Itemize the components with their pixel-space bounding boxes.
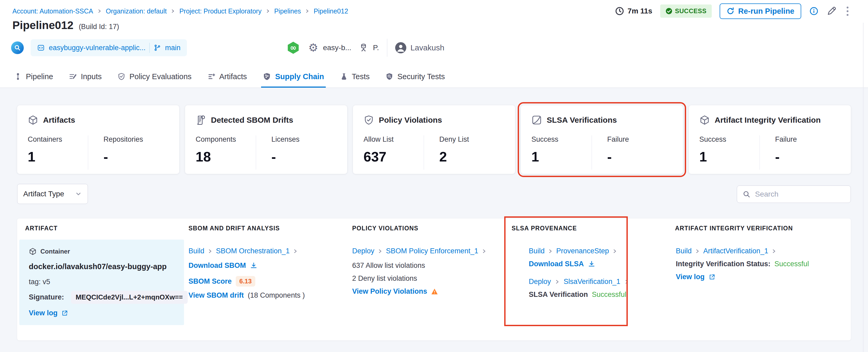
info-icon: [809, 6, 818, 16]
summary-cards: Artifacts Containers1 Repositories- Dete…: [17, 105, 851, 174]
tab-label: Artifacts: [219, 72, 247, 81]
tab-tests[interactable]: Tests: [338, 66, 371, 88]
repo-chip[interactable]: easybuggy-vulnerable-applic... main: [31, 39, 187, 56]
branch-name: main: [165, 44, 181, 52]
view-policy-violations-link[interactable]: View Policy Violations: [352, 287, 427, 295]
pipeline-execution-page: Account: Automation-SSCA Organization: d…: [0, 0, 868, 352]
cube-icon: [28, 115, 38, 125]
chevron-right-icon: [695, 249, 700, 254]
sbom-drift-count: (18 Components ): [248, 291, 305, 299]
breadcrumb-org[interactable]: Organization: default: [106, 7, 167, 15]
integrity-status-label: Integrity Verification Status:: [676, 260, 771, 268]
artifact-image-name: docker.io/lavakush07/easy-buggy-app: [29, 262, 175, 271]
execution-tabs: Pipeline Inputs Policy Evaluations Artif…: [0, 66, 868, 88]
download-sbom-link[interactable]: Download SBOM: [188, 261, 246, 270]
stat-label: Deny List: [439, 135, 469, 143]
chevron-right-icon: [613, 249, 617, 254]
sbom-score-link[interactable]: SBOM Score: [188, 277, 232, 286]
search-input[interactable]: [755, 190, 850, 198]
shield-search-icon: [385, 72, 393, 81]
download-icon: [250, 262, 257, 269]
avatar: [395, 42, 406, 53]
breadcrumb-project[interactable]: Project: Product Exploratory: [179, 7, 261, 15]
step-link[interactable]: SBOM Policy Enforcement_1: [386, 247, 478, 255]
policy-cell: Deploy SBOM Policy Enforcement_1 637 All…: [352, 247, 505, 295]
chevron-right-icon: [624, 280, 629, 284]
stat-label: Components: [196, 135, 256, 143]
external-link-icon: [61, 310, 68, 317]
step-link[interactable]: ProvenanceStep: [556, 247, 609, 255]
environment-name[interactable]: P.: [373, 43, 379, 52]
tab-supply-chain[interactable]: Supply Chain: [261, 66, 326, 88]
info-button[interactable]: [809, 6, 818, 16]
breadcrumb-account[interactable]: Account: Automation-SSCA: [12, 7, 93, 15]
artifact-type-label: Artifact Type: [23, 190, 64, 198]
artifact-tag: tag: v5: [29, 278, 175, 286]
execution-meta-row: easybuggy-vulnerable-applic... main easy…: [11, 38, 444, 57]
tab-artifacts[interactable]: Artifacts: [206, 66, 249, 88]
download-slsa-link[interactable]: Download SLSA: [529, 260, 584, 268]
status-badge: SUCCESS: [660, 4, 712, 18]
stage-link[interactable]: Deploy: [352, 247, 374, 255]
page-title: Pipeline012: [12, 19, 73, 32]
tab-pipeline[interactable]: Pipeline: [12, 66, 55, 88]
gear-icon: [308, 42, 318, 53]
tab-label: Security Tests: [397, 72, 445, 81]
repo-name: easybuggy-vulnerable-applic...: [49, 44, 146, 52]
chevron-right-icon: [305, 9, 309, 13]
artifact-type-select[interactable]: Artifact Type: [17, 184, 88, 204]
tab-policy-evaluations[interactable]: Policy Evaluations: [116, 66, 193, 88]
breadcrumb-pipeline012[interactable]: Pipeline012: [314, 7, 348, 15]
chip-divider: [149, 43, 150, 53]
scrollbar-track[interactable]: [863, 23, 864, 352]
chevron-right-icon: [208, 249, 213, 254]
branch-icon: [154, 44, 161, 52]
stage-link[interactable]: Deploy: [529, 278, 551, 286]
artifact-cell: Container docker.io/lavakush07/easy-bugg…: [19, 239, 184, 325]
step-link[interactable]: SBOM Orchestration_1: [216, 247, 289, 255]
stage-link[interactable]: Build: [188, 247, 204, 255]
tab-label: Policy Evaluations: [129, 72, 191, 81]
view-log-link[interactable]: View log: [676, 273, 705, 281]
view-log-link[interactable]: View log: [29, 309, 58, 317]
card-title: Detected SBOM Drifts: [211, 116, 293, 125]
chevron-right-icon: [548, 249, 553, 254]
execution-duration: 7m 11s: [615, 6, 652, 16]
edit-pipeline-button[interactable]: [827, 6, 837, 16]
infinity-glyph: [290, 44, 297, 52]
tab-inputs[interactable]: Inputs: [67, 66, 103, 88]
tab-security-tests[interactable]: Security Tests: [384, 66, 446, 88]
duration-text: 7m 11s: [627, 7, 652, 15]
breadcrumb-pipelines[interactable]: Pipelines: [274, 7, 301, 15]
stat-label: Repositories: [103, 135, 143, 143]
card-artifacts: Artifacts Containers1 Repositories-: [17, 105, 179, 174]
refresh-icon: [726, 7, 735, 15]
stat-value: -: [607, 150, 629, 164]
stat-value: 1: [531, 150, 592, 164]
stat-label: Licenses: [271, 135, 300, 143]
slsa-verification-status: Successful: [592, 290, 626, 299]
stat-label: Allow List: [364, 135, 424, 143]
clock-icon: [615, 6, 624, 16]
stat-label: Success: [699, 135, 760, 143]
signature-value[interactable]: MEQCICde2Vjl...L+2+mqnOXw==: [71, 291, 188, 304]
download-icon: [588, 260, 595, 268]
more-options-button[interactable]: [844, 5, 850, 17]
step-link[interactable]: SlsaVerification_1: [564, 278, 620, 286]
inputs-icon: [69, 72, 77, 81]
view-sbom-drift-link[interactable]: View SBOM drift: [188, 291, 244, 299]
chevron-down-icon: [75, 191, 82, 197]
cube-icon: [699, 115, 710, 125]
card-slsa-verifications: SLSA Verifications Success1 Failure-: [521, 105, 683, 174]
rerun-pipeline-button[interactable]: Re-run Pipeline: [720, 3, 801, 19]
chevron-right-icon: [293, 249, 298, 254]
artifact-type-badge: Container: [40, 248, 70, 255]
stat-label: Failure: [607, 135, 629, 143]
stage-link[interactable]: Build: [676, 247, 692, 255]
stage-link[interactable]: Build: [529, 247, 545, 255]
step-link[interactable]: ArtifactVerification_1: [703, 247, 768, 255]
column-header-artifact: ARTIFACT: [25, 225, 58, 232]
signature-label: Signature:: [29, 293, 64, 301]
tab-label: Inputs: [81, 72, 102, 81]
service-name[interactable]: easy-b...: [323, 43, 351, 52]
